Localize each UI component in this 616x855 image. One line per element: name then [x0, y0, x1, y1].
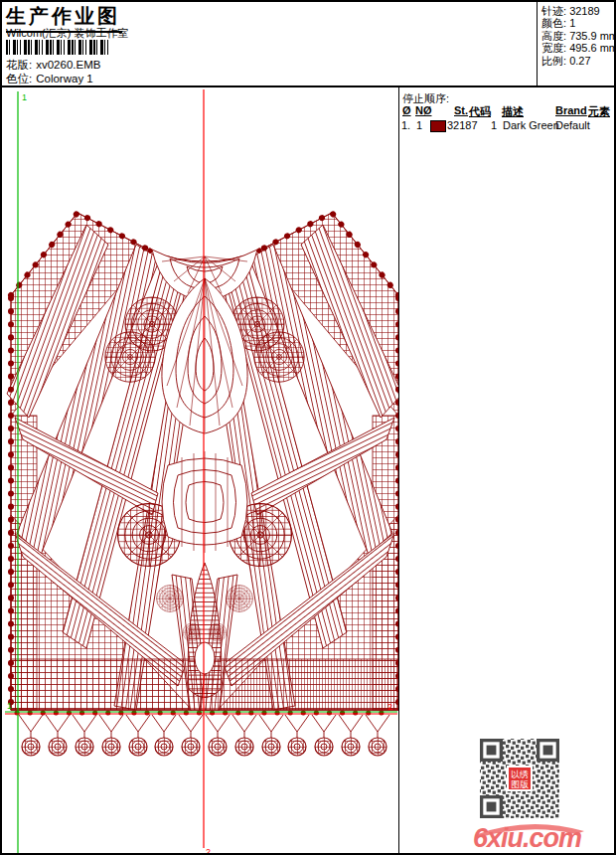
colorway-label: 色位: [6, 73, 32, 85]
design-width: 宽度: 495.6 mm [541, 42, 616, 54]
color-count: 颜色: 1 [541, 17, 616, 29]
col-header-element: 元素 [588, 104, 610, 119]
watermark-swoosh [467, 819, 616, 855]
qr-logo-text-1: 以绣 [511, 770, 529, 779]
row-needle: 1 [416, 119, 422, 131]
end-marker-label-bottom: 2 [206, 847, 211, 855]
start-marker-label-left: 1 [7, 701, 12, 711]
production-worksheet-page: 生产作业图 Wilcom(汇京) 装饰工作室 花版:xv0260.EMB 色位:… [0, 0, 616, 855]
watermark: 6xiu.com [467, 819, 616, 855]
row-index: 1. [401, 119, 410, 131]
end-marker-label-right: 2 [387, 702, 392, 712]
stitch-count: 针迹: 32189 [541, 5, 616, 17]
barcode [6, 40, 111, 55]
start-marker-label-top: 1 [22, 92, 27, 102]
pattern-label: 花版: [6, 59, 32, 71]
row-description: Dark Green [503, 119, 559, 131]
qr-logo-text-2: 图版 [511, 779, 529, 789]
col-header-brand: Brand [555, 104, 587, 116]
design-info-box: 针迹: 32189 颜色: 1 高度: 735.9 mm 宽度: 495.6 m… [537, 2, 616, 87]
studio-name: Wilcom(汇京) 装饰工作室 [6, 26, 128, 41]
col-header-needle: NØ [415, 104, 432, 116]
pattern-field: 花版:xv0260.EMB [6, 58, 104, 73]
col-header-description: 描述 [502, 104, 524, 119]
embroidery-design-preview: 1 1 2 2 [3, 87, 398, 855]
thread-color-swatch [430, 120, 446, 132]
print-scale: 比例: 0.27 [541, 55, 616, 67]
design-height: 高度: 735.9 mm [541, 30, 616, 42]
row-brand: Default [555, 119, 590, 131]
col-header-stitches: St. [454, 104, 468, 116]
col-header-hash: Ø [402, 104, 411, 116]
pattern-value: xv0260.EMB [36, 59, 100, 71]
colorway-field: 色位:Colorway 1 [6, 72, 97, 86]
qr-code: 以绣 图版 [476, 735, 563, 822]
row-code: 1 [485, 119, 497, 131]
col-header-code: 代码 [469, 104, 491, 119]
colorway-value: Colorway 1 [36, 73, 93, 85]
row-stitches: 32187 [447, 119, 478, 131]
